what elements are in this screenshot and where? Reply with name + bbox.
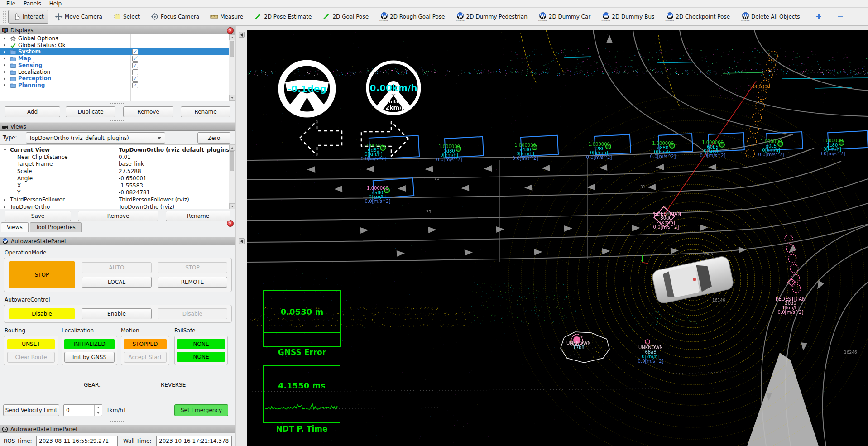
- property-value[interactable]: ThirdPersonFollower (rviz): [119, 197, 229, 204]
- property-value[interactable]: TopDownOrtho (rviz): [119, 204, 229, 209]
- view-property-row-topdownortho[interactable]: TopDownOrthoTopDownOrtho (rviz): [0, 204, 235, 209]
- expander-icon[interactable]: [4, 44, 5, 47]
- display-row-localization[interactable]: Localization: [0, 69, 235, 76]
- property-value[interactable]: -1.55583: [119, 182, 229, 190]
- collapse-panel-button[interactable]: [239, 238, 245, 244]
- expander-icon[interactable]: [4, 149, 6, 151]
- display-row-system[interactable]: System✓: [0, 48, 235, 55]
- tool-measure[interactable]: Measure: [206, 10, 248, 24]
- tool-2d-pose-estimate[interactable]: 2D Pose Estimate: [249, 10, 316, 24]
- splitter-handle[interactable]: [0, 119, 235, 122]
- splitter-handle[interactable]: [0, 233, 235, 236]
- tool-2d-goal-pose[interactable]: 2D Goal Pose: [318, 10, 373, 24]
- display-enabled-checkbox[interactable]: ✓: [132, 56, 138, 62]
- property-value[interactable]: base_link: [119, 161, 229, 168]
- tool-move-camera[interactable]: Move Camera: [50, 10, 107, 24]
- tab-views[interactable]: Views: [1, 222, 29, 232]
- expander-icon[interactable]: [4, 84, 5, 86]
- display-enabled-checkbox[interactable]: ✓: [132, 49, 138, 55]
- clear-route-button[interactable]: Clear Route: [7, 352, 55, 363]
- property-value[interactable]: 0.01: [119, 154, 229, 161]
- property-value[interactable]: -0.650001: [119, 175, 229, 182]
- display-row-sensing[interactable]: Sensing✓: [0, 62, 235, 69]
- 3d-viewport[interactable]: 1.0000006d800[km/h]0.0[m/s^2]1.0000000d8…: [247, 30, 868, 446]
- displays-panel-titlebar[interactable]: Displays: [0, 26, 235, 34]
- tool-select[interactable]: Select: [109, 10, 144, 24]
- tool-2d-dummy-bus[interactable]: Autoware2D Dummy Bus: [597, 10, 659, 24]
- expander-icon[interactable]: [4, 51, 5, 53]
- view-property-row-target-frame[interactable]: Target Framebase_link: [0, 161, 235, 168]
- tool-interact[interactable]: Interact: [8, 10, 48, 24]
- remove-view-button[interactable]: Remove: [78, 211, 158, 221]
- remove-display-button[interactable]: Remove: [123, 106, 173, 117]
- tool-2d-checkpoint-pose[interactable]: Autoware2D Checkpoint Pose: [661, 10, 734, 24]
- display-enabled-checkbox[interactable]: ✓: [132, 82, 138, 88]
- disable-control-button[interactable]: Disable: [158, 308, 227, 319]
- tool-2d-rough-goal-pose[interactable]: Autoware2D Rough Goal Pose: [375, 10, 449, 24]
- expander-icon[interactable]: [4, 199, 5, 201]
- velocity-limit-spinbox[interactable]: 0: [63, 404, 102, 416]
- set-emergency-button[interactable]: Set Emergency: [174, 404, 228, 416]
- duplicate-display-button[interactable]: Duplicate: [66, 106, 115, 117]
- view-type-combobox[interactable]: TopDownOrtho (rviz_default_plugins): [26, 132, 165, 144]
- view-property-row-x[interactable]: X-1.55583: [0, 182, 235, 190]
- views-close-button[interactable]: [227, 220, 234, 227]
- tool-2d-dummy-pedestrian[interactable]: Autoware2D Dummy Pedestrian: [451, 10, 532, 24]
- accept-start-button[interactable]: Accept Start: [124, 352, 167, 363]
- add-tool-button[interactable]: [812, 10, 825, 24]
- collapse-panel-button[interactable]: [239, 32, 245, 38]
- tool-2d-dummy-car[interactable]: Autoware2D Dummy Car: [534, 10, 595, 24]
- rename-view-button[interactable]: Rename: [166, 211, 230, 221]
- splitter-handle[interactable]: [0, 102, 235, 105]
- display-enabled-checkbox[interactable]: [132, 69, 138, 75]
- enable-control-button[interactable]: Enable: [82, 308, 152, 319]
- display-row-planning[interactable]: Planning✓: [0, 82, 235, 89]
- views-panel-titlebar[interactable]: Views: [0, 122, 235, 131]
- expander-icon[interactable]: [4, 37, 5, 40]
- display-row-map[interactable]: Map✓: [0, 55, 235, 62]
- local-mode-button[interactable]: LOCAL: [82, 277, 152, 288]
- view-property-row-current-view[interactable]: Current ViewTopDownOrtho (rviz_default_p…: [0, 147, 235, 154]
- expander-icon[interactable]: [4, 71, 5, 73]
- view-property-row-near-clip-distance[interactable]: Near Clip Distance0.01: [0, 154, 235, 161]
- view-property-row-angle[interactable]: Angle-0.650001: [0, 175, 235, 182]
- add-display-button[interactable]: Add: [5, 106, 60, 117]
- view-property-row-y[interactable]: Y-0.0824781: [0, 189, 235, 197]
- save-view-button[interactable]: Save: [5, 211, 71, 221]
- zero-button[interactable]: Zero: [197, 132, 230, 144]
- displays-close-button[interactable]: [227, 27, 234, 34]
- menu-panels[interactable]: Panels: [20, 0, 45, 7]
- tab-tool-properties[interactable]: Tool Properties: [30, 222, 82, 232]
- menu-help[interactable]: Help: [46, 0, 65, 7]
- stop-mode-button[interactable]: STOP: [158, 262, 227, 273]
- display-row-global-options[interactable]: Global Options: [0, 35, 235, 42]
- menu-file[interactable]: File: [3, 0, 19, 7]
- display-enabled-checkbox[interactable]: ✓: [132, 62, 138, 68]
- remote-mode-button[interactable]: REMOTE: [158, 277, 227, 288]
- ros-time-field[interactable]: 2023-08-11 16:55:29.271: [36, 436, 118, 446]
- expander-icon[interactable]: [4, 64, 5, 67]
- init-by-gnss-button[interactable]: Init by GNSS: [64, 352, 115, 363]
- rename-display-button[interactable]: Rename: [181, 106, 230, 117]
- view-property-row-scale[interactable]: Scale27.5288: [0, 168, 235, 175]
- splitter-handle[interactable]: [0, 420, 235, 423]
- property-value[interactable]: TopDownOrtho (rviz_default_plugins: [119, 147, 229, 154]
- wall-time-field[interactable]: 2023-10-16 17:21:14.378: [156, 436, 232, 446]
- expander-icon[interactable]: [4, 77, 5, 80]
- datetime-panel-titlebar[interactable]: AutowareDateTimePanel: [0, 425, 235, 433]
- tool-delete-all-objects[interactable]: AutowareDelete All Objects: [736, 10, 804, 24]
- state-panel-titlebar[interactable]: AutowareStatePanel: [0, 237, 235, 245]
- send-velocity-limit-button[interactable]: Send Velocity Limit: [3, 404, 59, 416]
- property-value[interactable]: 27.5288: [119, 168, 229, 175]
- remove-tool-button[interactable]: [834, 10, 847, 24]
- expander-icon[interactable]: [4, 206, 5, 209]
- display-row-global-status-ok[interactable]: Global Status: Ok: [0, 42, 235, 49]
- auto-mode-button[interactable]: AUTO: [82, 262, 152, 273]
- toolbar-grip[interactable]: [3, 11, 6, 23]
- display-enabled-checkbox[interactable]: ✓: [132, 76, 138, 82]
- display-row-perception[interactable]: Perception✓: [0, 75, 235, 82]
- views-scrollbar[interactable]: [229, 145, 235, 209]
- displays-scrollbar[interactable]: [229, 34, 235, 101]
- view-property-row-thirdpersonfollower[interactable]: ThirdPersonFollowerThirdPersonFollower (…: [0, 197, 235, 204]
- property-value[interactable]: -0.0824781: [119, 189, 229, 197]
